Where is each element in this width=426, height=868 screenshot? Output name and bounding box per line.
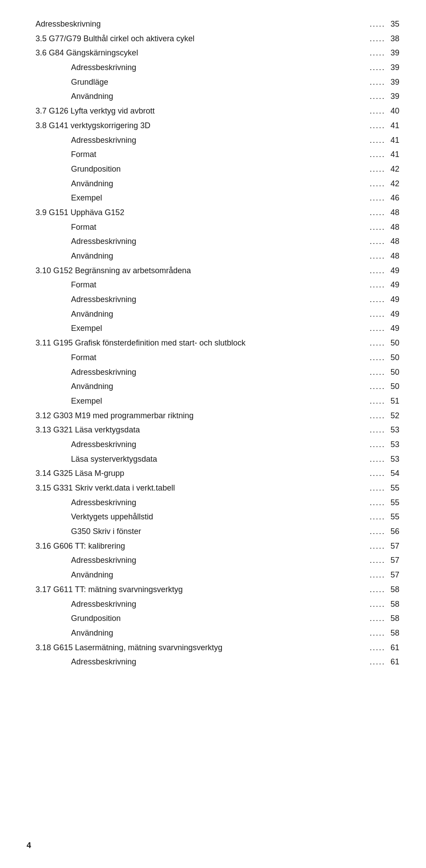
- toc-entry-text: 3.8 G141 verktygskorrigering 3D: [36, 119, 368, 133]
- toc-entry-dots: .....: [370, 424, 385, 437]
- toc-entry-text: Adressbeskrivning: [71, 554, 368, 567]
- toc-entry: Adressbeskrivning.....57: [71, 554, 399, 567]
- toc-entry-dots: .....: [370, 18, 385, 31]
- toc-entry-page: 49: [387, 264, 399, 278]
- toc-entry: Exempel.....51: [71, 395, 399, 408]
- toc-entry-dots: .....: [370, 32, 385, 46]
- toc-entry-text: Användning: [71, 380, 368, 393]
- toc-entry-page: 38: [387, 32, 399, 46]
- toc-entry: 3.14 G325 Läsa M-grupp.....54: [36, 467, 399, 480]
- toc-entry-text: Användning: [71, 569, 368, 582]
- toc-entry-dots: .....: [370, 351, 385, 365]
- toc-entry: 3.17 G611 TT: mätning svarvningsverktyg.…: [36, 583, 399, 597]
- toc-entry-dots: .....: [370, 76, 385, 89]
- toc-entry: Adressbeskrivning.....53: [71, 438, 399, 452]
- toc-entry-dots: .....: [370, 656, 385, 669]
- toc-entry-page: 39: [387, 47, 399, 60]
- toc-entry: 3.6 G84 Gängskärningscykel.....39: [36, 47, 399, 60]
- toc-entry-dots: .....: [370, 554, 385, 567]
- toc-entry-text: Exempel: [71, 395, 368, 408]
- toc-entry-page: 53: [387, 453, 399, 466]
- toc-entry: Grundposition.....42: [71, 163, 399, 176]
- toc-entry-text: Grundposition: [71, 163, 368, 176]
- toc-entry: Adressbeskrivning.....49: [71, 293, 399, 306]
- toc-entry-text: Användning: [71, 627, 368, 640]
- toc-entry-text: 3.5 G77/G79 Bulthål cirkel och aktivera …: [36, 32, 368, 46]
- toc-entry-dots: .....: [370, 438, 385, 452]
- toc-entry: 3.18 G615 Lasermätning, mätning svarvnin…: [36, 641, 399, 655]
- toc-entry-dots: .....: [370, 148, 385, 161]
- toc-entry-page: 61: [387, 656, 399, 669]
- toc-entry-text: 3.13 G321 Läsa verktygsdata: [36, 424, 368, 437]
- toc-entry-text: Adressbeskrivning: [71, 134, 368, 147]
- page-number: 4: [27, 841, 31, 850]
- toc-entry-dots: .....: [370, 409, 385, 423]
- toc-entry-text: 3.12 G303 M19 med programmerbar riktning: [36, 409, 368, 423]
- toc-entry-dots: .....: [370, 250, 385, 263]
- toc-entry-text: Adressbeskrivning: [71, 598, 368, 611]
- toc-entry-text: Adressbeskrivning: [71, 366, 368, 379]
- toc-entry-page: 42: [387, 177, 399, 191]
- toc-entry-text: 3.11 G195 Grafisk fönsterdefinition med …: [36, 337, 368, 350]
- toc-entry-text: 3.9 G151 Upphäva G152: [36, 206, 368, 220]
- toc-entry-text: Format: [71, 351, 368, 365]
- toc-entry-page: 61: [387, 641, 399, 655]
- toc-entry-page: 58: [387, 583, 399, 597]
- toc-entry: 3.7 G126 Lyfta verktyg vid avbrott.....4…: [36, 105, 399, 118]
- toc-entry-page: 48: [387, 221, 399, 234]
- toc-entry-text: 3.17 G611 TT: mätning svarvningsverktyg: [36, 583, 368, 597]
- toc-entry-dots: .....: [370, 511, 385, 524]
- toc-entry-dots: .....: [370, 134, 385, 147]
- toc-entry-page: 41: [387, 134, 399, 147]
- toc-entry-text: Exempel: [71, 322, 368, 335]
- toc-entry-page: 48: [387, 250, 399, 263]
- toc-entry: 3.15 G331 Skriv verkt.data i verkt.tabel…: [36, 482, 399, 495]
- toc-entry-page: 49: [387, 293, 399, 306]
- toc-entry: Adressbeskrivning.....48: [71, 235, 399, 248]
- toc-entry-page: 58: [387, 612, 399, 625]
- toc-entry: Grundläge.....39: [71, 76, 399, 89]
- toc-entry-dots: .....: [370, 105, 385, 118]
- toc-entry-dots: .....: [370, 583, 385, 597]
- toc-entry-page: 41: [387, 119, 399, 133]
- toc-entry-text: Format: [71, 279, 368, 292]
- toc-entry-dots: .....: [370, 453, 385, 466]
- toc-entry-text: Adressbeskrivning: [71, 438, 368, 452]
- toc-entry-dots: .....: [370, 221, 385, 234]
- toc-entry: Adressbeskrivning.....58: [71, 598, 399, 611]
- toc-entry-page: 57: [387, 569, 399, 582]
- toc-entry-page: 57: [387, 554, 399, 567]
- toc-entry: Adressbeskrivning.....55: [71, 496, 399, 510]
- toc-entry: Exempel.....46: [71, 192, 399, 205]
- toc-entry-text: Användning: [71, 308, 368, 321]
- toc-entry-page: 53: [387, 438, 399, 452]
- toc-entry: Grundposition.....58: [71, 612, 399, 625]
- toc-entry-page: 55: [387, 511, 399, 524]
- toc-entry: Exempel.....49: [71, 322, 399, 335]
- toc-entry: Användning.....58: [71, 627, 399, 640]
- toc-entry-page: 55: [387, 496, 399, 510]
- toc-entry: Läsa systerverktygsdata.....53: [71, 453, 399, 466]
- toc-entry-page: 57: [387, 540, 399, 553]
- toc-entry: Format.....41: [71, 148, 399, 161]
- toc-entry-dots: .....: [370, 177, 385, 191]
- toc-entry-dots: .....: [370, 264, 385, 278]
- toc-entry-page: 40: [387, 105, 399, 118]
- toc-entry-page: 50: [387, 380, 399, 393]
- toc-entry-page: 50: [387, 366, 399, 379]
- toc-entry-page: 48: [387, 206, 399, 220]
- toc-entry-page: 54: [387, 467, 399, 480]
- toc-entry: Användning.....50: [71, 380, 399, 393]
- toc-entry-text: 3.16 G606 TT: kalibrering: [36, 540, 368, 553]
- toc-entry-page: 49: [387, 279, 399, 292]
- toc-entry-page: 58: [387, 598, 399, 611]
- toc-entry-dots: .....: [370, 61, 385, 75]
- toc-entry-dots: .....: [370, 482, 385, 495]
- toc-entry-text: Adressbeskrivning: [71, 61, 368, 75]
- toc-entry-page: 49: [387, 322, 399, 335]
- toc-entry-dots: .....: [370, 598, 385, 611]
- toc-entry-text: 3.14 G325 Läsa M-grupp: [36, 467, 368, 480]
- toc-entry: 3.16 G606 TT: kalibrering.....57: [36, 540, 399, 553]
- toc-entry-dots: .....: [370, 119, 385, 133]
- toc-entry: Adressbeskrivning.....39: [71, 61, 399, 75]
